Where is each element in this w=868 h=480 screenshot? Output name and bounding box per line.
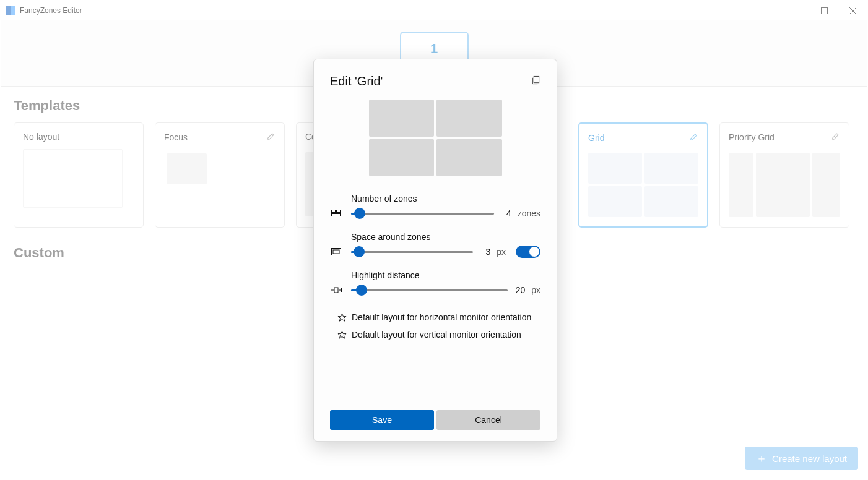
- zones-slider[interactable]: [351, 207, 494, 220]
- duplicate-button[interactable]: [531, 75, 540, 87]
- svg-rect-4: [534, 76, 539, 82]
- default-vertical-option[interactable]: Default layout for vertical monitor orie…: [337, 330, 540, 340]
- copy-icon: [531, 75, 540, 85]
- svg-rect-6: [337, 210, 341, 213]
- zones-unit: zones: [518, 208, 540, 218]
- space-toggle[interactable]: [516, 246, 540, 258]
- highlight-value: 20: [514, 285, 525, 295]
- space-unit: px: [497, 247, 506, 257]
- highlight-slider[interactable]: [351, 284, 508, 296]
- app-window: FancyZones Editor 1 3000 x 2000 Template…: [1, 1, 867, 479]
- star-icon: [337, 313, 347, 322]
- dialog-layout-preview: [369, 100, 502, 176]
- dialog-title: Edit 'Grid': [330, 74, 383, 88]
- default-horizontal-option[interactable]: Default layout for horizontal monitor or…: [337, 312, 540, 322]
- save-button[interactable]: Save: [330, 410, 434, 430]
- space-icon: [330, 248, 342, 255]
- zones-icon: [330, 210, 342, 217]
- svg-rect-5: [332, 210, 336, 213]
- option-label: Default layout for horizontal monitor or…: [352, 312, 531, 322]
- option-label: Default layout for vertical monitor orie…: [352, 330, 521, 340]
- highlight-label: Highlight distance: [351, 270, 540, 280]
- svg-rect-9: [333, 250, 339, 254]
- edit-layout-dialog: Edit 'Grid' Number of zones: [313, 59, 557, 442]
- space-value: 3: [479, 247, 490, 257]
- highlight-icon: [330, 286, 342, 294]
- highlight-unit: px: [531, 285, 540, 295]
- space-slider[interactable]: [351, 246, 473, 258]
- cancel-button[interactable]: Cancel: [436, 410, 540, 430]
- svg-rect-12: [334, 288, 338, 293]
- zones-value: 4: [500, 208, 511, 218]
- zones-label: Number of zones: [351, 194, 540, 204]
- space-label: Space around zones: [351, 232, 540, 242]
- svg-rect-7: [332, 214, 341, 216]
- star-icon: [337, 330, 347, 340]
